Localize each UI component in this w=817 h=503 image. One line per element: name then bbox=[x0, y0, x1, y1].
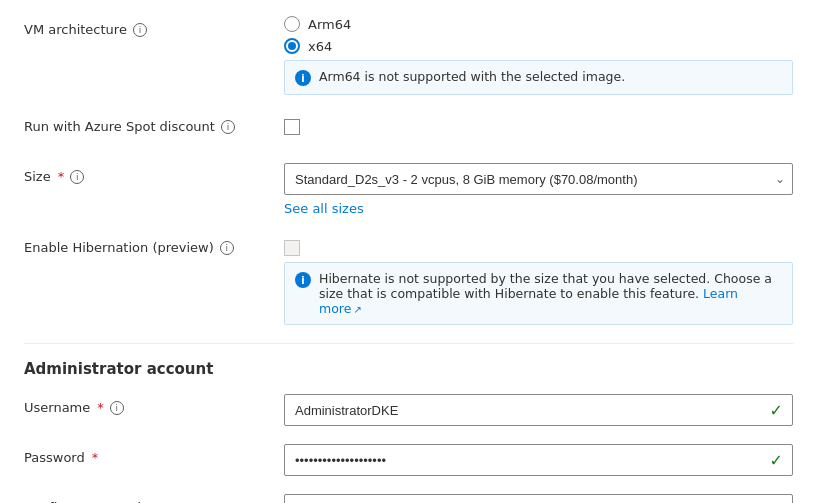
confirm-password-control: ✓ bbox=[284, 494, 793, 503]
confirm-password-label: Confirm password * bbox=[24, 494, 284, 503]
arm64-warning-icon: i bbox=[295, 70, 311, 86]
size-required-indicator: * bbox=[58, 169, 65, 184]
spot-discount-label: Run with Azure Spot discount i bbox=[24, 113, 284, 134]
radio-x64-circle[interactable] bbox=[284, 38, 300, 54]
arm64-warning-text: Arm64 is not supported with the selected… bbox=[319, 69, 625, 84]
username-check-icon: ✓ bbox=[770, 401, 783, 420]
radio-option-x64[interactable]: x64 bbox=[284, 38, 793, 54]
username-control: ✓ bbox=[284, 394, 793, 426]
radio-option-arm64[interactable]: Arm64 bbox=[284, 16, 793, 32]
radio-x64-label: x64 bbox=[308, 39, 332, 54]
size-label: Size * i bbox=[24, 163, 284, 184]
external-link-icon: ↗ bbox=[353, 304, 361, 315]
radio-x64-dot bbox=[288, 42, 296, 50]
password-input-wrapper: ✓ bbox=[284, 444, 793, 476]
password-label: Password * bbox=[24, 444, 284, 465]
hibernation-info-text: Hibernate is not supported by the size t… bbox=[319, 271, 782, 316]
password-check-icon: ✓ bbox=[770, 451, 783, 470]
spot-discount-info-icon[interactable]: i bbox=[221, 120, 235, 134]
admin-account-section-header: Administrator account bbox=[24, 343, 793, 378]
radio-arm64-label: Arm64 bbox=[308, 17, 351, 32]
vm-architecture-info-icon[interactable]: i bbox=[133, 23, 147, 37]
size-info-icon[interactable]: i bbox=[70, 170, 84, 184]
vm-architecture-radio-group: Arm64 x64 bbox=[284, 16, 793, 54]
username-info-icon[interactable]: i bbox=[110, 401, 124, 415]
see-all-sizes-link[interactable]: See all sizes bbox=[284, 201, 793, 216]
spot-discount-control bbox=[284, 113, 793, 135]
size-control: Standard_D2s_v3 - 2 vcpus, 8 GiB memory … bbox=[284, 163, 793, 216]
hibernation-checkbox[interactable] bbox=[284, 240, 300, 256]
password-row: Password * ✓ bbox=[24, 444, 793, 476]
vm-architecture-row: VM architecture i Arm64 x64 i Arm64 is n… bbox=[24, 16, 793, 95]
username-input[interactable] bbox=[284, 394, 793, 426]
username-required-indicator: * bbox=[97, 400, 104, 415]
size-dropdown[interactable]: Standard_D2s_v3 - 2 vcpus, 8 GiB memory … bbox=[284, 163, 793, 195]
password-required-indicator: * bbox=[92, 450, 99, 465]
spot-discount-row: Run with Azure Spot discount i bbox=[24, 113, 793, 145]
vm-architecture-label: VM architecture i bbox=[24, 16, 284, 37]
radio-arm64-circle[interactable] bbox=[284, 16, 300, 32]
hibernation-info-icon-circle: i bbox=[295, 272, 311, 288]
password-control: ✓ bbox=[284, 444, 793, 476]
hibernation-row: Enable Hibernation (preview) i i Hiberna… bbox=[24, 234, 793, 325]
username-input-wrapper: ✓ bbox=[284, 394, 793, 426]
confirm-password-input-wrapper: ✓ bbox=[284, 494, 793, 503]
hibernation-info-icon[interactable]: i bbox=[220, 241, 234, 255]
hibernation-control: i Hibernate is not supported by the size… bbox=[284, 234, 793, 325]
confirm-password-row: Confirm password * ✓ bbox=[24, 494, 793, 503]
arm64-warning-box: i Arm64 is not supported with the select… bbox=[284, 60, 793, 95]
size-dropdown-wrapper: Standard_D2s_v3 - 2 vcpus, 8 GiB memory … bbox=[284, 163, 793, 195]
spot-discount-checkbox[interactable] bbox=[284, 119, 300, 135]
vm-architecture-control: Arm64 x64 i Arm64 is not supported with … bbox=[284, 16, 793, 95]
size-row: Size * i Standard_D2s_v3 - 2 vcpus, 8 Gi… bbox=[24, 163, 793, 216]
hibernation-info-box: i Hibernate is not supported by the size… bbox=[284, 262, 793, 325]
username-label: Username * i bbox=[24, 394, 284, 415]
confirm-password-input[interactable] bbox=[284, 494, 793, 503]
hibernation-label: Enable Hibernation (preview) i bbox=[24, 234, 284, 255]
password-input[interactable] bbox=[284, 444, 793, 476]
username-row: Username * i ✓ bbox=[24, 394, 793, 426]
